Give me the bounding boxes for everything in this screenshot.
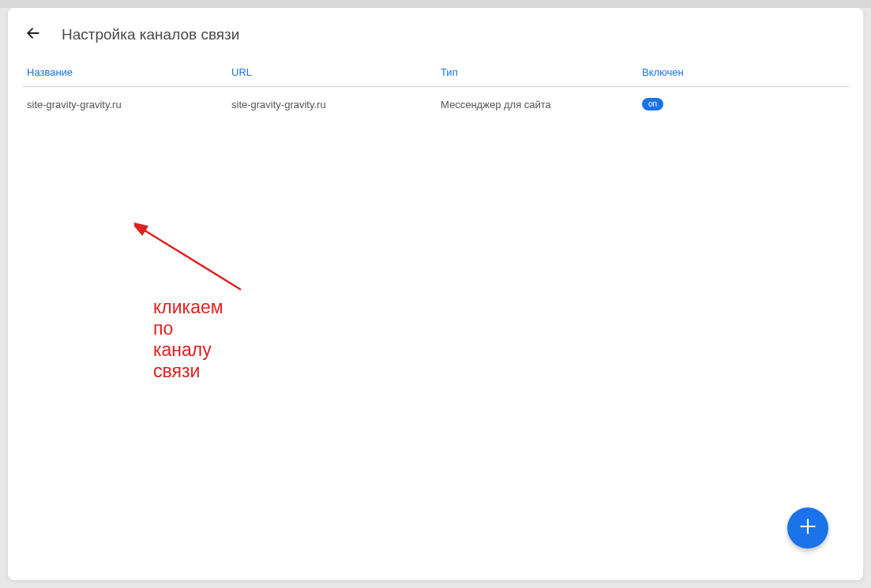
table-header-row: Название URL Тип Включен [22,58,849,87]
cell-url: site-gravity-gravity.ru [231,98,441,110]
toggle-label: on [648,100,657,108]
header: Настройка каналов связи [8,8,863,58]
page-background [0,0,871,8]
settings-card: Настройка каналов связи Название URL Тип… [8,8,863,580]
column-header-url[interactable]: URL [231,66,441,78]
cell-type: Мессенджер для сайта [441,98,642,110]
svg-line-3 [142,229,241,290]
back-button[interactable] [24,25,43,44]
column-header-enabled[interactable]: Включен [642,66,849,78]
add-channel-button[interactable] [787,507,828,549]
channels-table: Название URL Тип Включен site-gravity-gr… [8,58,863,122]
arrow-left-icon [25,25,41,44]
enabled-toggle[interactable]: on [642,98,663,110]
arrow-annotation-icon [134,223,253,301]
table-row[interactable]: site-gravity-gravity.ru site-gravity-gra… [22,87,849,122]
plus-icon [798,516,818,540]
page-title: Настройка каналов связи [62,26,239,43]
annotation-text: кликаем по каналу связи [153,297,223,382]
cell-name: site-gravity-gravity.ru [22,98,231,110]
column-header-type[interactable]: Тип [441,66,642,78]
cell-enabled: on [642,98,849,110]
column-header-name[interactable]: Название [22,66,231,78]
